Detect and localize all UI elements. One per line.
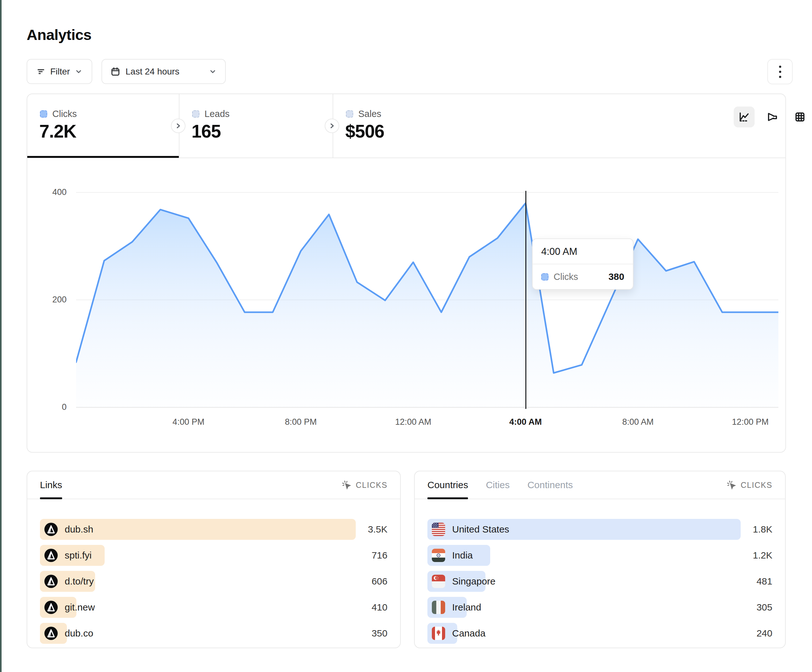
country-value: 240 bbox=[757, 628, 773, 639]
x-axis-label: 8:00 PM bbox=[285, 417, 317, 427]
calendar-icon bbox=[110, 67, 121, 77]
link-value: 3.5K bbox=[368, 524, 387, 535]
link-label: dub.co bbox=[65, 628, 93, 639]
page-title: Analytics bbox=[27, 26, 91, 43]
y-axis-label: 400 bbox=[44, 188, 67, 197]
country-row[interactable]: Canada 240 bbox=[427, 623, 773, 644]
india-flag-icon bbox=[432, 549, 445, 562]
y-axis-label: 200 bbox=[44, 295, 67, 305]
x-axis-label: 12:00 PM bbox=[732, 417, 769, 427]
leads-legend-square bbox=[192, 110, 200, 118]
link-label: dub.sh bbox=[65, 524, 93, 535]
analytics-page: Analytics Filter Last 24 hours Clicks 7.… bbox=[0, 0, 812, 672]
chart-type-toggle-group bbox=[734, 106, 810, 128]
country-row[interactable]: India 1.2K bbox=[427, 545, 773, 566]
link-row[interactable]: spti.fyi 716 bbox=[40, 545, 387, 566]
dub-logo-icon bbox=[44, 549, 58, 562]
canada-flag-icon bbox=[432, 627, 445, 640]
dub-logo-icon bbox=[44, 601, 58, 614]
tab-countries[interactable]: Countries bbox=[427, 471, 468, 499]
clicks-area-chart[interactable] bbox=[76, 177, 778, 409]
metric-label: Clicks bbox=[52, 109, 77, 119]
clicks-legend-square bbox=[541, 273, 549, 281]
y-axis-label: 0 bbox=[44, 402, 67, 412]
left-edge-divider bbox=[0, 0, 2, 672]
link-value: 350 bbox=[372, 628, 387, 639]
ireland-flag-icon bbox=[432, 601, 445, 614]
chart-tooltip: 4:00 AM Clicks 380 bbox=[532, 238, 633, 290]
countries-metric-label: CLICKS bbox=[741, 481, 773, 490]
links-metric-label: CLICKS bbox=[356, 481, 387, 490]
metric-label: Sales bbox=[358, 109, 381, 119]
link-row[interactable]: dub.co 350 bbox=[40, 623, 387, 644]
country-row[interactable]: United States 1.8K bbox=[427, 519, 773, 540]
links-metric-selector[interactable]: CLICKS bbox=[341, 479, 387, 490]
countries-metric-selector[interactable]: CLICKS bbox=[726, 479, 773, 490]
tab-clicks[interactable]: Clicks 7.2K bbox=[27, 94, 179, 157]
chevron-down-icon bbox=[209, 68, 217, 76]
tab-continents[interactable]: Continents bbox=[527, 471, 573, 499]
table-view-toggle[interactable] bbox=[790, 106, 810, 128]
expand-leads-sales-button[interactable] bbox=[325, 119, 339, 133]
active-tab-underline bbox=[27, 156, 179, 158]
filter-icon bbox=[36, 67, 46, 77]
x-axis-label: 8:00 AM bbox=[622, 417, 653, 427]
country-label: Singapore bbox=[452, 576, 496, 587]
cursor-click-icon bbox=[726, 479, 737, 490]
chevron-down-icon bbox=[75, 68, 83, 76]
date-range-label: Last 24 hours bbox=[126, 67, 179, 77]
dub-logo-icon bbox=[44, 523, 58, 536]
x-axis-label: 12:00 AM bbox=[395, 417, 431, 427]
links-panel-header: Links CLICKS bbox=[27, 471, 400, 499]
link-row[interactable]: d.to/try 606 bbox=[40, 571, 387, 592]
more-options-button[interactable] bbox=[767, 59, 793, 84]
countries-panel: Countries Cities Continents CLICKS Unite… bbox=[414, 471, 786, 648]
x-axis-label: 4:00 PM bbox=[172, 417, 205, 427]
funnel-chart-toggle[interactable] bbox=[762, 106, 783, 128]
kebab-dot bbox=[779, 71, 781, 73]
link-row[interactable]: git.new 410 bbox=[40, 597, 387, 618]
singapore-flag-icon bbox=[432, 575, 445, 588]
links-panel: Links CLICKS dub.sh 3.5K bbox=[27, 471, 401, 648]
filter-button[interactable]: Filter bbox=[27, 59, 92, 84]
link-label: d.to/try bbox=[65, 576, 94, 587]
clicks-value: 7.2K bbox=[39, 121, 76, 142]
tab-leads[interactable]: Leads 165 bbox=[179, 94, 333, 157]
dub-logo-icon bbox=[44, 575, 58, 588]
tab-cities[interactable]: Cities bbox=[486, 471, 510, 499]
line-chart-toggle[interactable] bbox=[734, 106, 755, 128]
country-value: 305 bbox=[757, 602, 773, 613]
link-row[interactable]: dub.sh 3.5K bbox=[40, 519, 387, 540]
country-row[interactable]: Singapore 481 bbox=[427, 571, 773, 592]
filter-button-label: Filter bbox=[50, 67, 70, 77]
country-value: 481 bbox=[757, 576, 773, 587]
link-value: 716 bbox=[372, 550, 387, 561]
crosshair-line bbox=[525, 191, 526, 409]
sales-legend-square bbox=[346, 110, 353, 118]
link-value: 410 bbox=[372, 602, 387, 613]
clicks-legend-square bbox=[40, 110, 47, 118]
expand-clicks-leads-button[interactable] bbox=[171, 119, 186, 133]
dub-logo-icon bbox=[44, 627, 58, 640]
tooltip-time: 4:00 AM bbox=[533, 239, 633, 264]
metric-label: Leads bbox=[205, 109, 230, 119]
x-axis-label: 4:00 AM bbox=[509, 417, 542, 427]
country-label: United States bbox=[452, 524, 509, 535]
tab-sales[interactable]: Sales $506 bbox=[333, 94, 524, 157]
us-flag-icon bbox=[432, 523, 445, 536]
date-range-button[interactable]: Last 24 hours bbox=[101, 59, 226, 84]
tooltip-series-label: Clicks bbox=[554, 272, 603, 282]
leads-value: 165 bbox=[191, 121, 221, 142]
country-label: Ireland bbox=[452, 602, 481, 613]
kebab-dot bbox=[779, 76, 781, 78]
sales-value: $506 bbox=[345, 121, 384, 142]
country-value: 1.2K bbox=[753, 550, 773, 561]
countries-panel-header: Countries Cities Continents CLICKS bbox=[415, 471, 785, 499]
tab-links[interactable]: Links bbox=[40, 471, 62, 499]
tooltip-value: 380 bbox=[609, 271, 624, 282]
link-label: git.new bbox=[65, 602, 95, 613]
country-label: India bbox=[452, 550, 473, 561]
country-row[interactable]: Ireland 305 bbox=[427, 597, 773, 618]
link-value: 606 bbox=[372, 576, 387, 587]
country-value: 1.8K bbox=[753, 524, 773, 535]
